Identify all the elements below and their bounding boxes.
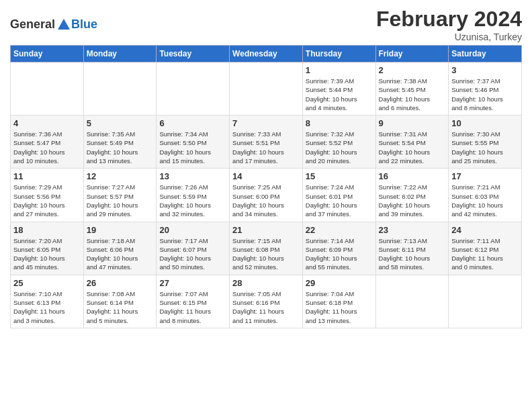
day-number: 17 [451, 171, 519, 181]
day-number: 24 [451, 225, 519, 235]
day-number: 21 [232, 225, 300, 235]
day-info: Sunrise: 7:30 AM Sunset: 5:55 PM Dayligh… [451, 130, 519, 165]
day-info: Sunrise: 7:11 AM Sunset: 6:12 PM Dayligh… [451, 236, 519, 272]
calendar-week-1: 1Sunrise: 7:39 AM Sunset: 5:44 PM Daylig… [11, 62, 522, 116]
calendar-cell: 1Sunrise: 7:39 AM Sunset: 5:44 PM Daylig… [302, 62, 375, 116]
location-subtitle: Uzunisa, Turkey [376, 32, 522, 42]
calendar-cell: 18Sunrise: 7:20 AM Sunset: 6:05 PM Dayli… [11, 222, 84, 275]
calendar-cell: 2Sunrise: 7:38 AM Sunset: 5:45 PM Daylig… [375, 62, 449, 116]
day-info: Sunrise: 7:26 AM Sunset: 5:59 PM Dayligh… [159, 183, 226, 218]
calendar-cell: 9Sunrise: 7:31 AM Sunset: 5:54 PM Daylig… [375, 116, 449, 169]
month-title: February 2024 [376, 7, 522, 32]
calendar-container: General Blue February 2024 Uzunisa, Turk… [0, 0, 532, 335]
day-number: 20 [159, 225, 226, 235]
calendar-cell: 19Sunrise: 7:18 AM Sunset: 6:06 PM Dayli… [83, 222, 157, 275]
day-info: Sunrise: 7:36 AM Sunset: 5:47 PM Dayligh… [13, 130, 81, 165]
calendar-cell [11, 62, 84, 116]
day-info: Sunrise: 7:04 AM Sunset: 6:18 PM Dayligh… [306, 289, 373, 325]
day-info: Sunrise: 7:25 AM Sunset: 6:00 PM Dayligh… [232, 183, 300, 218]
day-info: Sunrise: 7:10 AM Sunset: 6:13 PM Dayligh… [13, 289, 81, 325]
day-number: 11 [13, 171, 81, 181]
day-number: 3 [451, 65, 519, 75]
day-number: 6 [159, 118, 226, 128]
day-header-friday: Friday [375, 46, 449, 62]
day-number: 27 [159, 278, 226, 288]
calendar-cell: 7Sunrise: 7:33 AM Sunset: 5:51 PM Daylig… [230, 116, 303, 169]
day-number: 2 [379, 65, 446, 75]
day-number: 9 [379, 118, 446, 128]
day-info: Sunrise: 7:33 AM Sunset: 5:51 PM Dayligh… [232, 130, 300, 165]
calendar-cell: 29Sunrise: 7:04 AM Sunset: 6:18 PM Dayli… [302, 275, 375, 328]
calendar-cell: 6Sunrise: 7:34 AM Sunset: 5:50 PM Daylig… [157, 116, 230, 169]
day-number: 10 [451, 118, 519, 128]
day-number: 18 [13, 225, 81, 235]
day-info: Sunrise: 7:32 AM Sunset: 5:52 PM Dayligh… [306, 130, 373, 165]
day-info: Sunrise: 7:21 AM Sunset: 6:03 PM Dayligh… [451, 183, 519, 218]
calendar-cell [230, 62, 303, 116]
day-number: 19 [87, 225, 154, 235]
day-info: Sunrise: 7:14 AM Sunset: 6:09 PM Dayligh… [306, 236, 373, 272]
day-number: 12 [87, 171, 154, 181]
calendar-cell [83, 62, 157, 116]
day-header-thursday: Thursday [302, 46, 375, 62]
days-header-row: SundayMondayTuesdayWednesdayThursdayFrid… [11, 46, 522, 62]
day-number: 25 [13, 278, 81, 288]
calendar-cell: 13Sunrise: 7:26 AM Sunset: 5:59 PM Dayli… [157, 169, 230, 222]
calendar-cell: 17Sunrise: 7:21 AM Sunset: 6:03 PM Dayli… [449, 169, 522, 222]
day-info: Sunrise: 7:34 AM Sunset: 5:50 PM Dayligh… [159, 130, 226, 165]
day-header-sunday: Sunday [11, 46, 84, 62]
calendar-table: SundayMondayTuesdayWednesdayThursdayFrid… [10, 45, 522, 328]
day-info: Sunrise: 7:17 AM Sunset: 6:07 PM Dayligh… [159, 236, 226, 272]
day-number: 5 [87, 118, 154, 128]
logo-icon [56, 17, 71, 32]
calendar-cell: 15Sunrise: 7:24 AM Sunset: 6:01 PM Dayli… [302, 169, 375, 222]
day-number: 29 [306, 278, 373, 288]
calendar-week-2: 4Sunrise: 7:36 AM Sunset: 5:47 PM Daylig… [11, 116, 522, 169]
day-number: 28 [232, 278, 300, 288]
calendar-cell: 4Sunrise: 7:36 AM Sunset: 5:47 PM Daylig… [11, 116, 84, 169]
logo: General Blue [10, 17, 97, 32]
day-number: 16 [379, 171, 446, 181]
day-info: Sunrise: 7:29 AM Sunset: 5:56 PM Dayligh… [13, 183, 81, 218]
calendar-cell: 24Sunrise: 7:11 AM Sunset: 6:12 PM Dayli… [449, 222, 522, 275]
calendar-cell: 26Sunrise: 7:08 AM Sunset: 6:14 PM Dayli… [83, 275, 157, 328]
day-info: Sunrise: 7:35 AM Sunset: 5:49 PM Dayligh… [87, 130, 154, 165]
day-info: Sunrise: 7:27 AM Sunset: 5:57 PM Dayligh… [87, 183, 154, 218]
day-number: 14 [232, 171, 300, 181]
day-info: Sunrise: 7:05 AM Sunset: 6:16 PM Dayligh… [232, 289, 300, 325]
day-info: Sunrise: 7:20 AM Sunset: 6:05 PM Dayligh… [13, 236, 81, 272]
day-info: Sunrise: 7:22 AM Sunset: 6:02 PM Dayligh… [379, 183, 446, 218]
day-number: 4 [13, 118, 81, 128]
calendar-cell [375, 275, 449, 328]
calendar-cell: 22Sunrise: 7:14 AM Sunset: 6:09 PM Dayli… [302, 222, 375, 275]
day-number: 23 [379, 225, 446, 235]
calendar-cell: 11Sunrise: 7:29 AM Sunset: 5:56 PM Dayli… [11, 169, 84, 222]
calendar-cell: 27Sunrise: 7:07 AM Sunset: 6:15 PM Dayli… [157, 275, 230, 328]
day-info: Sunrise: 7:39 AM Sunset: 5:44 PM Dayligh… [306, 77, 373, 112]
calendar-cell: 23Sunrise: 7:13 AM Sunset: 6:11 PM Dayli… [375, 222, 449, 275]
day-number: 15 [306, 171, 373, 181]
calendar-cell: 8Sunrise: 7:32 AM Sunset: 5:52 PM Daylig… [302, 116, 375, 169]
day-info: Sunrise: 7:13 AM Sunset: 6:11 PM Dayligh… [379, 236, 446, 272]
day-header-tuesday: Tuesday [157, 46, 230, 62]
day-header-wednesday: Wednesday [230, 46, 303, 62]
day-info: Sunrise: 7:07 AM Sunset: 6:15 PM Dayligh… [159, 289, 226, 325]
day-number: 26 [87, 278, 154, 288]
calendar-cell: 10Sunrise: 7:30 AM Sunset: 5:55 PM Dayli… [449, 116, 522, 169]
svg-marker-0 [58, 19, 70, 30]
calendar-week-4: 18Sunrise: 7:20 AM Sunset: 6:05 PM Dayli… [11, 222, 522, 275]
day-info: Sunrise: 7:08 AM Sunset: 6:14 PM Dayligh… [87, 289, 154, 325]
day-info: Sunrise: 7:38 AM Sunset: 5:45 PM Dayligh… [379, 77, 446, 112]
calendar-cell: 3Sunrise: 7:37 AM Sunset: 5:46 PM Daylig… [449, 62, 522, 116]
calendar-week-3: 11Sunrise: 7:29 AM Sunset: 5:56 PM Dayli… [11, 169, 522, 222]
logo-blue: Blue [71, 17, 97, 32]
calendar-cell: 5Sunrise: 7:35 AM Sunset: 5:49 PM Daylig… [83, 116, 157, 169]
day-number: 8 [306, 118, 373, 128]
calendar-cell: 21Sunrise: 7:15 AM Sunset: 6:08 PM Dayli… [230, 222, 303, 275]
day-number: 7 [232, 118, 300, 128]
day-info: Sunrise: 7:37 AM Sunset: 5:46 PM Dayligh… [451, 77, 519, 112]
day-header-saturday: Saturday [449, 46, 522, 62]
title-block: February 2024 Uzunisa, Turkey [376, 7, 522, 42]
calendar-cell [449, 275, 522, 328]
calendar-cell: 14Sunrise: 7:25 AM Sunset: 6:00 PM Dayli… [230, 169, 303, 222]
